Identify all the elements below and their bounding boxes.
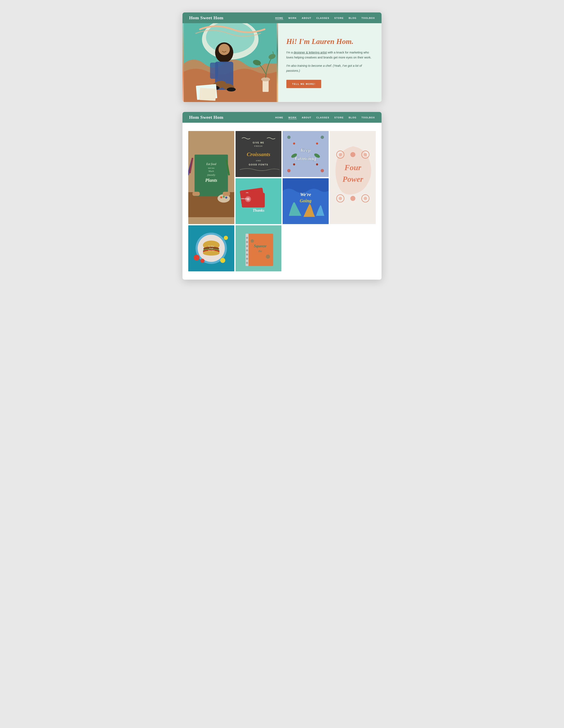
svg-point-41 (287, 136, 291, 139)
nav-links-1: HOME WORK ABOUT CLASSES STORE BLOG TOOLB… (275, 16, 375, 20)
grid-item-4-image: Four Power (330, 131, 376, 224)
nav-link-classes-1[interactable]: CLASSES (317, 17, 329, 19)
svg-text:Do What: Do What (208, 245, 214, 247)
hero-image (182, 23, 278, 102)
grid-item-7-svg: Do What Feeds Your Soul (188, 225, 234, 271)
nav-link-blog-1[interactable]: BLOG (349, 17, 357, 19)
svg-text:Plants: Plants (205, 178, 217, 183)
hero-bg-svg (182, 23, 278, 102)
grid-item-1-svg: Eat food not too Much (mostly Plants (188, 131, 234, 224)
svg-text:Much: Much (208, 170, 214, 172)
svg-text:Power: Power (342, 175, 363, 183)
grid-item-6-image: We're Going (283, 178, 329, 224)
svg-text:AND: AND (256, 160, 261, 162)
svg-text:(mostly: (mostly (207, 173, 215, 176)
nav-item-work-2[interactable]: WORK (288, 115, 297, 119)
nav-link-toolbox-2[interactable]: TOOLBOX (362, 116, 375, 119)
nav-link-about-2[interactable]: ABOUT (302, 116, 312, 119)
svg-point-97 (246, 241, 248, 243)
svg-point-31 (225, 197, 227, 199)
nav-item-about-1[interactable]: ABOUT (302, 16, 312, 20)
grid-item-8-svg: Squeeze the (235, 225, 281, 271)
svg-point-100 (246, 254, 248, 256)
nav-link-store-2[interactable]: STORE (334, 116, 344, 119)
svg-point-98 (246, 245, 248, 247)
nav-link-work-1[interactable]: WORK (288, 17, 297, 19)
svg-point-30 (223, 196, 225, 198)
navbar-1: Hom Sweet Hom HOME WORK ABOUT CLASSES ST… (182, 12, 382, 23)
grid-item-6[interactable]: We're Going (283, 178, 329, 224)
svg-rect-33 (223, 192, 230, 196)
nav-link-home-1[interactable]: HOME (275, 17, 283, 19)
nav-item-home-1[interactable]: HOME (275, 16, 283, 20)
grid-item-2[interactable]: GIVE ME FRESH Croissants AND GOOD FONTS (235, 131, 281, 177)
svg-point-96 (246, 237, 248, 239)
hero-image-placeholder (182, 23, 278, 102)
navbar-2: Hom Sweet Hom HOME WORK ABOUT CLASSES ST… (182, 112, 382, 123)
site-logo-2[interactable]: Hom Sweet Hom (189, 115, 223, 120)
nav-item-about-2[interactable]: ABOUT (302, 115, 312, 119)
nav-link-blog-2[interactable]: BLOG (349, 116, 357, 119)
browser-window-2: Hom Sweet Hom HOME WORK ABOUT CLASSES ST… (182, 112, 382, 280)
svg-text:Squeeze: Squeeze (254, 244, 266, 248)
grid-item-5[interactable]: Thanks GiftCard (235, 178, 281, 224)
grid-item-3[interactable]: Keep Growing (283, 131, 329, 177)
svg-point-101 (246, 258, 248, 260)
site-logo-1[interactable]: Hom Sweet Hom (189, 15, 223, 21)
grid-item-1[interactable]: Eat food not too Much (mostly Plants (188, 131, 234, 224)
svg-point-52 (316, 163, 318, 165)
nav-item-blog-2[interactable]: BLOG (349, 115, 357, 119)
nav-item-home-2[interactable]: HOME (275, 115, 283, 119)
grid-item-5-image: Thanks GiftCard (235, 178, 281, 224)
grid-item-4-svg: Four Power (330, 131, 376, 224)
svg-point-44 (321, 169, 324, 172)
hero-body-2: I'm also training to become a chef. (Yea… (287, 63, 373, 73)
svg-point-89 (194, 255, 199, 261)
browser-window-1: Hom Sweet Hom HOME WORK ABOUT CLASSES ST… (182, 12, 382, 102)
nav-link-store-1[interactable]: STORE (334, 17, 344, 19)
svg-text:Thanks: Thanks (252, 208, 264, 212)
svg-point-51 (293, 163, 295, 165)
svg-point-4 (261, 77, 270, 81)
nav-item-classes-2[interactable]: CLASSES (317, 115, 329, 119)
grid-item-4[interactable]: Four Power (330, 131, 376, 224)
svg-point-13 (227, 87, 236, 91)
svg-text:Croissants: Croissants (247, 151, 270, 157)
work-grid-area: Eat food not too Much (mostly Plants (182, 123, 382, 280)
nav-links-2: HOME WORK ABOUT CLASSES STORE BLOG TOOLB… (275, 115, 375, 119)
hero-section: Hi! I'm Lauren Hom. I'm a designer & let… (182, 23, 382, 102)
nav-item-toolbox-1[interactable]: TOOLBOX (362, 16, 375, 20)
svg-point-49 (293, 142, 295, 144)
nav-item-store-1[interactable]: STORE (334, 16, 344, 20)
hero-body-1: I'm a designer & lettering artist with a… (287, 50, 373, 60)
nav-item-store-2[interactable]: STORE (334, 115, 344, 119)
svg-rect-3 (262, 80, 268, 92)
nav-link-home-2[interactable]: HOME (275, 116, 283, 119)
nav-item-work-1[interactable]: WORK (288, 16, 297, 20)
svg-text:FRESH: FRESH (254, 145, 263, 147)
svg-point-57 (364, 153, 367, 156)
nav-link-toolbox-1[interactable]: TOOLBOX (362, 17, 375, 19)
grid-item-1-image: Eat food not too Much (mostly Plants (188, 131, 234, 224)
svg-point-105 (250, 239, 254, 243)
nav-link-classes-2[interactable]: CLASSES (317, 116, 329, 119)
svg-rect-15 (199, 88, 216, 101)
grid-item-8[interactable]: Squeeze the (235, 225, 281, 271)
svg-text:GiftCard: GiftCard (241, 198, 247, 199)
nav-link-work-2[interactable]: WORK (288, 116, 297, 119)
svg-point-91 (224, 236, 228, 240)
svg-text:not too: not too (208, 167, 214, 169)
svg-text:Growing: Growing (295, 155, 316, 161)
svg-point-102 (246, 262, 248, 264)
grid-item-7[interactable]: Do What Feeds Your Soul (188, 225, 234, 271)
svg-rect-9 (210, 63, 218, 79)
nav-link-about-1[interactable]: ABOUT (302, 17, 312, 19)
hero-title: Hi! I'm Lauren Hom. (287, 37, 373, 46)
nav-item-toolbox-2[interactable]: TOOLBOX (362, 115, 375, 119)
svg-point-43 (287, 169, 291, 172)
svg-point-65 (350, 196, 355, 201)
tell-me-more-button[interactable]: TELL ME MORE! (287, 80, 322, 88)
nav-item-blog-1[interactable]: BLOG (349, 16, 357, 20)
nav-item-classes-1[interactable]: CLASSES (317, 16, 329, 20)
svg-point-50 (316, 142, 318, 144)
